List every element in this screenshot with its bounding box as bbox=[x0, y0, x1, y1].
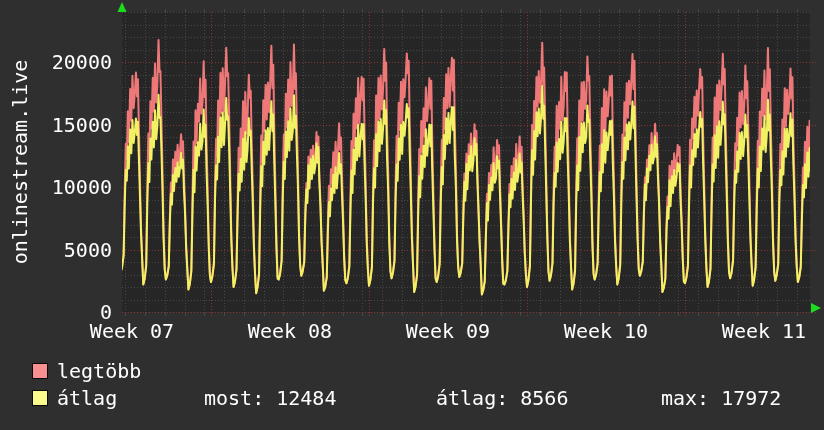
x-tick-label-week08: Week 08 bbox=[211, 320, 369, 342]
legend-swatch-legtobb bbox=[32, 363, 48, 379]
stat-max: max: 17972 bbox=[661, 387, 781, 409]
legend-label-legtobb: legtöbb bbox=[57, 360, 141, 382]
x-tick-label-week10: Week 10 bbox=[527, 320, 685, 342]
y-tick-label-5000: 5000 bbox=[28, 239, 112, 261]
x-tick-label-week11: Week 11 bbox=[685, 320, 824, 342]
x-tick-label-week09: Week 09 bbox=[369, 320, 527, 342]
stat-atlag: átlag: 8566 bbox=[436, 387, 568, 409]
stat-most: most: 12484 bbox=[204, 387, 336, 409]
x-tick-label-week07: Week 07 bbox=[53, 320, 211, 342]
y-tick-label-10000: 10000 bbox=[28, 176, 112, 198]
y-tick-label-15000: 15000 bbox=[28, 114, 112, 136]
legend-swatch-atlag bbox=[32, 390, 48, 406]
legend-label-atlag: átlag bbox=[57, 387, 117, 409]
y-tick-label-20000: 20000 bbox=[28, 51, 112, 73]
rrd-graph-panel: onlinestream.live 0 5000 10000 15000 200… bbox=[0, 0, 824, 430]
